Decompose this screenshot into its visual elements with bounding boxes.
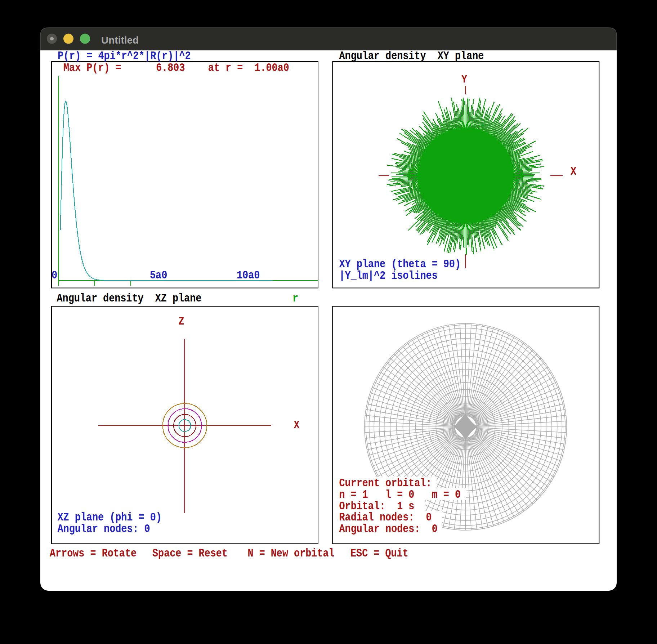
svg-text:ESC = Quit: ESC = Quit — [350, 547, 408, 560]
svg-text:X: X — [571, 165, 577, 178]
svg-text:Angular density XZ plane: Angular density XZ plane — [57, 292, 202, 305]
svg-text:Angular nodes: 0: Angular nodes: 0 — [339, 523, 438, 535]
svg-text:Max P(r) = 6.803 at r: Max P(r) = 6.803 at r = 1.00a0 — [63, 62, 289, 74]
svg-text:0: 0 — [52, 269, 57, 282]
svg-text:Angular nodes: 0: Angular nodes: 0 — [58, 523, 150, 535]
svg-text:Current orbital:: Current orbital: — [339, 477, 432, 489]
svg-text:5a0: 5a0 — [150, 269, 167, 282]
svg-text:r: r — [292, 292, 298, 305]
svg-text:XZ plane (phi = 0): XZ plane (phi = 0) — [58, 511, 162, 524]
svg-text:Radial nodes: 0: Radial nodes: 0 — [339, 511, 432, 524]
svg-text:|Y_lm|^2 isolines: |Y_lm|^2 isolines — [339, 269, 438, 282]
svg-text:10a0: 10a0 — [237, 269, 260, 282]
svg-text:Arrows = Rotate: Arrows = Rotate — [50, 547, 137, 560]
svg-text:N = New orbital: N = New orbital — [248, 547, 335, 560]
svg-text:Z: Z — [179, 315, 184, 328]
svg-text:X: X — [294, 419, 300, 431]
svg-text:Y: Y — [461, 73, 468, 86]
svg-text:XY plane (theta = 90): XY plane (theta = 90) — [339, 258, 461, 270]
svg-text:n = 1 l = 0 m = 0: n = 1 l = 0 m = 0 — [339, 488, 461, 501]
svg-text:P(r) = 4pi*r^2*|R(r)|^2: P(r) = 4pi*r^2*|R(r)|^2 — [58, 50, 191, 62]
svg-text:Angular density XY plane: Angular density XY plane — [339, 50, 484, 62]
svg-text:Orbital: 1 s: Orbital: 1 s — [339, 500, 415, 513]
svg-text:Space = Reset: Space = Reset — [152, 547, 228, 560]
svg-text:Untitled: Untitled — [101, 35, 139, 46]
